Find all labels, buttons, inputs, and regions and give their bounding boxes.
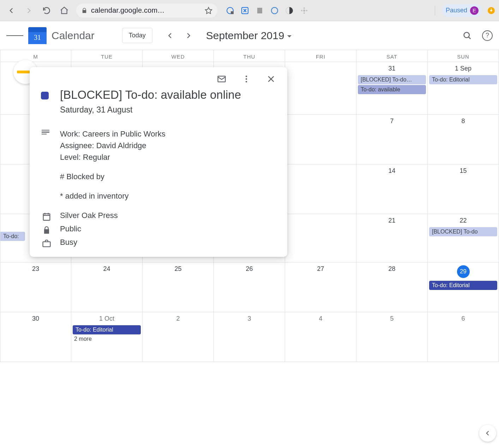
day-number[interactable]: 14 (356, 166, 427, 177)
day-cell[interactable]: 28 (356, 262, 428, 312)
day-number[interactable]: 29 (428, 264, 499, 280)
day-number[interactable]: 30 (0, 314, 71, 325)
email-guests-button[interactable] (215, 72, 229, 86)
event-chip[interactable]: To-do: Editorial (73, 325, 141, 334)
day-number[interactable] (285, 63, 356, 67)
main-menu-button[interactable] (6, 27, 23, 44)
day-number[interactable]: 22 (428, 216, 499, 226)
day-cell[interactable]: 22[BLOCKED] To-do (428, 214, 499, 262)
extension-icon[interactable] (285, 6, 294, 15)
event-chip[interactable]: To-do: (0, 232, 25, 241)
event-chip[interactable]: To-do: Editorial (429, 75, 497, 84)
day-cell[interactable]: 7 (356, 115, 428, 164)
prev-period-button[interactable] (163, 29, 177, 43)
day-number[interactable]: 8 (428, 116, 499, 127)
extension-icon[interactable] (270, 6, 279, 15)
svg-point-7 (301, 10, 302, 11)
day-cell[interactable]: 1 SepTo-do: Editorial (428, 62, 499, 114)
day-number[interactable]: 1 Oct (71, 314, 142, 325)
day-cell[interactable]: 30 (0, 312, 71, 362)
day-number[interactable]: 25 (143, 264, 214, 275)
event-chip[interactable]: To-do: Editorial (429, 281, 497, 290)
day-cell[interactable] (285, 214, 356, 262)
more-events-link[interactable]: 2 more (74, 336, 139, 342)
calendar-logo[interactable]: Calendar (28, 27, 95, 44)
chevron-down-icon (287, 35, 291, 37)
lock-icon (81, 7, 88, 14)
extension-icon[interactable] (241, 6, 249, 15)
day-number[interactable] (214, 63, 285, 67)
today-button[interactable]: Today (122, 28, 152, 43)
day-number[interactable] (285, 116, 356, 120)
day-number[interactable]: 2 (143, 314, 214, 325)
day-cell[interactable]: 31[BLOCKED] To-do…To-do: available (356, 62, 428, 114)
day-cell[interactable]: 1 OctTo-do: Editorial2 more (71, 312, 143, 362)
day-number[interactable]: 15 (428, 166, 499, 177)
extension-icon[interactable] (255, 6, 264, 15)
options-button[interactable] (239, 72, 253, 86)
day-cell[interactable]: 23 (0, 262, 71, 312)
home-button[interactable] (56, 3, 72, 18)
day-number[interactable]: 3 (214, 314, 285, 325)
reload-button[interactable] (39, 3, 54, 18)
day-cell[interactable]: 5 (356, 312, 428, 362)
day-number[interactable] (285, 166, 356, 169)
day-cell[interactable]: 26 (214, 262, 285, 312)
day-cell[interactable]: 14 (356, 164, 428, 214)
day-number[interactable]: 7 (356, 116, 427, 127)
day-number[interactable]: 5 (356, 314, 427, 325)
current-range-label[interactable]: September 2019 (206, 30, 291, 42)
day-cell[interactable] (285, 62, 356, 114)
day-number[interactable]: 23 (0, 264, 71, 275)
day-cell[interactable]: 21 (356, 214, 428, 262)
address-bar[interactable]: calendar.google.com… (76, 4, 217, 18)
day-cell[interactable]: 2 (143, 312, 214, 362)
day-cell[interactable]: 25 (143, 262, 214, 312)
event-chip[interactable]: To-do: available (358, 85, 426, 94)
day-number[interactable]: 26 (214, 264, 285, 275)
day-number[interactable]: 27 (285, 264, 356, 275)
svg-point-10 (303, 12, 305, 14)
star-icon[interactable] (205, 7, 212, 14)
briefcase-icon (42, 238, 52, 248)
close-button[interactable] (264, 72, 278, 86)
day-cell[interactable]: 24 (71, 262, 143, 312)
weekday-header: THU (214, 50, 285, 62)
svg-point-8 (306, 10, 307, 11)
side-panel-toggle[interactable] (479, 425, 496, 442)
day-number[interactable]: 6 (428, 314, 499, 325)
day-cell[interactable] (285, 115, 356, 164)
day-cell[interactable]: 8 (428, 115, 499, 164)
day-number[interactable]: 24 (71, 264, 142, 275)
day-number[interactable]: 21 (356, 216, 427, 226)
day-cell[interactable]: 4 (285, 312, 356, 362)
search-button[interactable] (462, 31, 472, 41)
extension-icon[interactable] (226, 6, 234, 15)
day-cell[interactable]: 15 (428, 164, 499, 214)
extension-icon[interactable] (487, 6, 495, 15)
forward-button[interactable] (21, 3, 37, 18)
next-period-button[interactable] (181, 29, 196, 43)
description-icon (42, 129, 52, 139)
profile-paused-pill[interactable]: Paused E (442, 4, 482, 17)
svg-rect-1 (231, 11, 234, 14)
day-number[interactable] (71, 63, 142, 67)
svg-point-16 (246, 81, 247, 82)
help-button[interactable]: ? (482, 30, 493, 41)
day-number[interactable]: 1 Sep (428, 63, 499, 74)
event-chip[interactable]: [BLOCKED] To-do (429, 227, 497, 236)
day-cell[interactable]: 27 (285, 262, 356, 312)
day-cell[interactable]: 6 (428, 312, 499, 362)
day-number[interactable]: 28 (356, 264, 427, 275)
weekday-header: M (0, 50, 71, 62)
extension-icon[interactable] (300, 6, 308, 15)
day-number[interactable] (143, 63, 214, 67)
day-cell[interactable] (285, 164, 356, 214)
day-cell[interactable]: 29To-do: Editorial (428, 262, 499, 312)
day-number[interactable]: 31 (356, 63, 427, 74)
back-button[interactable] (4, 3, 19, 18)
day-number[interactable]: 4 (285, 314, 356, 325)
event-chip[interactable]: [BLOCKED] To-do… (358, 75, 426, 84)
day-number[interactable] (285, 216, 356, 219)
day-cell[interactable]: 3 (214, 312, 285, 362)
